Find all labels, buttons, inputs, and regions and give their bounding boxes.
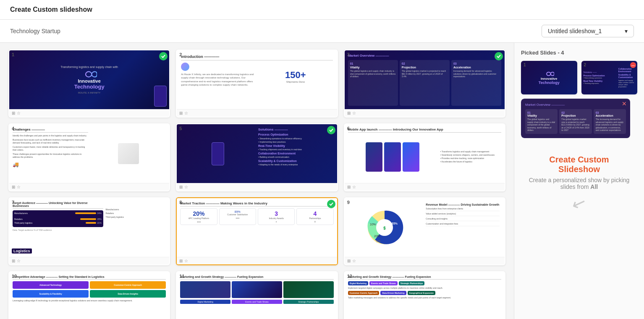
slide-item-9[interactable]: 9 💲 65% [344,197,505,265]
svg-text:💲: 💲 [382,226,387,230]
grid-icon-4[interactable]: ⊞ [12,185,15,189]
slide-item-4[interactable]: 4 Challenges ———— Identify the challenge… [8,123,170,191]
slide-thumbnail-7: Target Audience ———— Unlocking Value for… [9,198,169,257]
slides-grid: 1 Transforming logistics and supply chai… [8,50,505,319]
slide-footer-4: ⊞☆ [9,183,169,191]
overlay-card-label-2: Projection [561,114,589,117]
picked-thumb-1: Innovative Technology [521,61,577,94]
slideshow-selector[interactable]: Untitled slideshow_1 ▾ [542,25,634,37]
slide-2-number-label: Shipments Done [286,81,305,83]
slide-item-12[interactable]: 12 Marketing and Growth Strategy ———— Fu… [344,271,505,319]
picked-header: Picked Slides - 4 [521,50,637,56]
overlay-container: ✕ Market Overview ———— 01 Vitality The g… [521,99,637,138]
grid-icon-5[interactable]: ⊞ [179,185,183,189]
slide-number-11: 11 [179,274,184,279]
cta-subtitle: Create a personalized show by picking sl… [528,177,631,190]
slide-9-donut: 💲 65% 20% 10% 5% [348,201,422,254]
slide-item-6[interactable]: 6 Mobile App launch ———— Introducing Our… [344,123,505,191]
slide-number-9: 9 [347,200,350,205]
chevron-down-icon: ▾ [625,28,628,34]
slide-thumbnail-5: Solutions ———— Process Optimization • St… [177,124,337,183]
slide-footer-7: ⊞☆ [9,257,169,264]
star-icon-4[interactable]: ☆ [17,185,21,189]
slide-1-subtitle: Technology [74,84,105,90]
presentation-name: Technology Startup [10,28,60,34]
slide-1-header: Transforming logistics and supply chain … [60,65,118,68]
picked-slide-2[interactable]: 2 — Solutions —— Process Optimization • … [581,61,638,94]
slide-item-5[interactable]: 5 Solutions ———— Process Optimization • … [176,123,338,191]
page-title: Create Custom slideshow [10,6,92,13]
grid-icon-8[interactable]: ⊞ [179,259,183,263]
slide-number-5: 5 [179,126,182,131]
slide-10-table: Advanced Technology Customer-Centric App… [13,281,166,298]
slide-item-7[interactable]: 7 Target Audience ———— Unlocking Value f… [8,197,170,265]
slide-4-title: Challenges ———— [13,128,88,133]
star-icon-2[interactable]: ☆ [184,111,188,115]
slide-2-title: Introduction ———— [181,55,332,60]
slide-2-body: At Route X Infinity, we are dedicated to… [181,73,256,87]
slideshow-name: Untitled slideshow_1 [548,28,602,34]
slide-thumbnail-2: Introduction ———— At Route X Infinity, w… [177,50,337,109]
slide-number-10: 10 [12,274,17,279]
slide-11-imgs [180,281,333,298]
slide-icons-1: ⊞ ☆ [12,111,21,115]
slide-1-title: Innovative [78,78,100,84]
slide-thumbnail-10: Competitive Advantage ———— Setting the S… [9,272,169,319]
overlay-card-text-3: The increasing demand for advanced logis… [596,118,624,132]
grid-icon-6[interactable]: ⊞ [347,185,351,189]
slide-8-cards: 20% APC Leading Platform ●●● 89% Custome… [180,208,333,225]
slide-item-1[interactable]: 1 Transforming logistics and supply chai… [8,50,170,118]
picked-panel: Picked Slides - 4 1 Innovative Technolog… [514,43,644,319]
cta-arrow-icon: ↙ [569,191,589,214]
grid-icon-3[interactable]: ⊞ [347,111,351,115]
star-icon-8[interactable]: ☆ [184,259,188,263]
grid-icon-1[interactable]: ⊞ [12,111,15,115]
slide-item-8[interactable]: 8 Market Traction ———— Making Waves in t… [176,197,338,265]
slide-number-8: 8 [179,200,182,205]
main-layout: 1 Transforming logistics and supply chai… [0,43,644,319]
overlay-box: ✕ Market Overview ———— 01 Vitality The g… [521,99,630,138]
slide-number-7: 7 [12,200,14,205]
overlay-close-btn[interactable]: ✕ [622,100,627,107]
picked-thumb-2: Solutions —— Process Optimization • Stre… [581,61,638,94]
overlay-card-num-2: 02 [561,111,589,114]
slide-item-2[interactable]: 2 Introduction ———— At Route X Infinity,… [176,50,338,118]
picked-num-1: 1 [524,63,526,67]
slide-item-10[interactable]: 10 Competitive Advantage ———— Setting th… [8,271,170,319]
overlay-card-num-3: 03 [596,111,624,114]
top-bar: Create Custom slideshow [0,0,644,20]
svg-text:65%: 65% [392,222,398,225]
overlay-card-label-1: Vitality [527,114,555,117]
slide-4-image [118,143,139,164]
infinity-logo-1 [82,70,97,78]
slide-item-3[interactable]: 3 Market Overview ———— 01VitalityThe glo… [344,50,505,118]
slide-thumbnail-1: Transforming logistics and supply chain … [9,50,169,109]
grid-icon-7[interactable]: ⊞ [12,259,15,263]
slide-item-11[interactable]: 11 Marketing and Growth Strategy ———— Fu… [176,271,338,319]
star-icon-1[interactable]: ☆ [17,111,21,115]
slide-1-brand: ROUTE X INFINITY [78,92,100,94]
slideshow-name-bar: Technology Startup Untitled slideshow_1 … [0,20,644,43]
slide-number-4: 4 [12,126,14,131]
slide-footer-1: ⊞ ☆ [9,109,169,117]
slide-footer-5: ⊞☆ [177,183,337,191]
slide-number-12: 12 [347,274,352,279]
slide-footer-2: ⊞☆ [177,109,337,117]
star-icon-3[interactable]: ☆ [352,111,356,115]
slide-5-phone [212,142,224,165]
star-icon-9[interactable]: ☆ [352,259,356,263]
star-icon-7[interactable]: ☆ [17,259,21,263]
picked-slide-1[interactable]: 1 Innovative Technology [521,61,577,94]
overlay-cards: 01 Vitality The global logistics and sup… [525,109,626,134]
slide-6-title: Mobile App launch ———— Introducing Our I… [348,128,501,133]
slide-number-3: 3 [347,52,350,57]
slide-footer-9: ⊞☆ [345,257,505,264]
star-icon-6[interactable]: ☆ [352,185,356,189]
slide-thumbnail-8: Market Traction ———— Making Waves in the… [177,198,337,257]
grid-icon-9[interactable]: ⊞ [347,259,351,263]
check-badge-8 [327,200,335,208]
overlay-card-text-1: The global logistics and supply chain in… [527,118,555,132]
star-icon-5[interactable]: ☆ [184,185,188,189]
grid-icon-2[interactable]: ⊞ [179,111,183,115]
slide-footer-6: ⊞☆ [345,183,505,191]
